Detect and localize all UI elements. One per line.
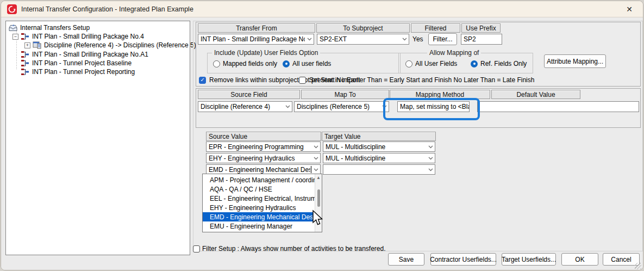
chevron-down-icon[interactable] (380, 102, 389, 112)
checkbox-label: Filter Setup : Always show number of act… (202, 245, 386, 252)
transfer-plan-icon (21, 59, 29, 67)
mapping-method-field[interactable]: Map, set missing to <Blank> (397, 101, 470, 112)
group-caption: Allow Mapping of (427, 49, 481, 57)
filter-setup-checkbox[interactable]: Filter Setup : Always show number of act… (193, 245, 386, 252)
group-caption: Include (Update) User Fields Option (212, 49, 320, 57)
chevron-down-icon[interactable] (426, 165, 435, 174)
scrollbar-thumb[interactable] (317, 189, 320, 207)
close-icon[interactable]: ✕ (623, 3, 635, 15)
default-value-field[interactable] (477, 101, 639, 112)
tree-item-label: INT Plan - Tunnel Project Reporting (32, 68, 135, 76)
mouse-cursor-icon (311, 210, 325, 226)
transfer-plan-icon (21, 68, 29, 76)
chevron-down-icon[interactable] (311, 142, 320, 151)
radio-label: All user fields (292, 60, 331, 67)
transfer-from-combobox[interactable]: INT Plan - Small Drilling Package No.4 (198, 34, 314, 45)
window-title: Internal Transfer Configuration - Integr… (21, 5, 193, 13)
use-prefix-input[interactable]: SP2 (461, 34, 502, 45)
cancel-button[interactable]: Cancel (603, 253, 640, 266)
column-header-use-prefix: Use Prefix (461, 23, 501, 33)
tree-item-label: Discipline (Reference 4) -> Disciplines … (44, 41, 196, 49)
chevron-down-icon[interactable] (305, 34, 314, 44)
attribute-mapping-button[interactable]: Attribute Mapping... (544, 54, 606, 68)
checkbox-label: Set Start No Earlier Than = Early Start … (309, 76, 534, 84)
scrollbar-up-arrow-icon[interactable]: ▲ (316, 175, 321, 180)
chevron-down-icon[interactable] (283, 102, 292, 112)
checkbox-unchecked-icon[interactable] (193, 245, 200, 252)
source-field-combobox[interactable]: Discipline (Reference 4) (198, 101, 292, 112)
tree-item-tunnel-baseline[interactable]: INT Plan - Tunnel Project Baseline (21, 59, 132, 67)
field-mapping-panel: Source Field Map To Mapping Method Defau… (196, 88, 641, 128)
column-header-source-field: Source Field (198, 90, 300, 99)
set-start-checkbox[interactable]: Set Start No Earlier Than = Early Start … (299, 76, 534, 84)
radio-icon[interactable] (213, 60, 220, 67)
tree-item-label: INT Plan - Small Drilling Package No.A1 (32, 51, 148, 58)
source-field-value: Discipline (Reference 4) (201, 103, 283, 110)
internal-transfers-tree: Internal Transfers Setup INT Plan - Smal… (5, 21, 190, 255)
filter-button[interactable]: Filter... (428, 33, 457, 45)
radio-icon[interactable] (405, 60, 412, 67)
contractor-userfields-button[interactable]: Contractor Userfields... (430, 253, 496, 266)
checkbox-unchecked-icon[interactable] (299, 77, 306, 84)
radio-all-user-fields[interactable]: All user fields (283, 60, 331, 67)
dropdown-option[interactable]: APM - Project Management / coordinat (203, 175, 315, 184)
source-value-dropdown-list: APM - Project Management / coordinat AQA… (202, 174, 322, 232)
column-header-map-to: Map To (301, 90, 389, 99)
target-value: MUL - Multidiscipline (326, 155, 426, 162)
dropdown-option[interactable]: EHY - Engineering Hydraulics (203, 203, 315, 212)
chevron-down-icon[interactable] (311, 165, 320, 174)
target-value-combobox-row1[interactable]: MUL - Multidiscipline (323, 141, 435, 152)
dropdown-option-selected[interactable]: EMD - Engineering Mechanical Design (203, 212, 315, 221)
tree-item-plan-no4[interactable]: INT Plan - Small Drilling Package No.4 (12, 32, 144, 41)
column-header-filtered: Filtered (411, 23, 460, 33)
dropdown-option[interactable]: EMU - Engineering Manager (203, 221, 315, 231)
ok-button[interactable]: OK (561, 253, 598, 266)
source-value: EPR - Engineering Programming (209, 143, 311, 151)
column-header-to-subproject: To Subproject (316, 23, 410, 33)
chevron-down-icon[interactable] (426, 153, 435, 163)
radio-allow-all-user-fields[interactable]: All User Fields (405, 60, 457, 67)
tree-item-label: INT Plan - Tunnel Project Baseline (32, 59, 132, 67)
dropdown-option[interactable]: AQA - QA / QC / HSE (203, 184, 315, 194)
dialog-body: Internal Transfers Setup INT Plan - Smal… (1, 17, 643, 270)
radio-mapped-fields-only[interactable]: Mapped fields only (213, 60, 277, 67)
collapse-expander-icon[interactable] (12, 34, 18, 40)
to-subproject-combobox[interactable]: SP2-EXT (317, 34, 409, 45)
source-value-combobox-row1[interactable]: EPR - Engineering Programming (206, 141, 321, 152)
tree-item-discipline-mapping[interactable]: Discipline (Reference 4) -> Disciplines … (24, 41, 196, 50)
column-header-default-value: Default Value (491, 90, 580, 99)
chevron-down-icon[interactable] (311, 153, 320, 163)
field-mapping-icon (33, 41, 41, 49)
tree-item-plan-noa1[interactable]: INT Plan - Small Drilling Package No.A1 (21, 50, 148, 59)
tree-item-tunnel-reporting[interactable]: INT Plan - Tunnel Project Reporting (21, 67, 135, 76)
tree-root-item[interactable]: Internal Transfers Setup (9, 23, 90, 32)
transfer-plan-icon (21, 51, 29, 58)
target-value-combobox-row3[interactable] (323, 164, 435, 175)
radio-label: Ref. Fields Only (480, 60, 527, 67)
chevron-down-icon[interactable] (426, 142, 435, 151)
radio-ref-fields-only[interactable]: Ref. Fields Only (471, 60, 527, 67)
transfer-setup-panel: Transfer From To Subproject Filtered Use… (196, 22, 641, 87)
target-userfields-button[interactable]: Target Userfields... (502, 253, 556, 266)
source-value-combobox-row2[interactable]: EHY - Engineering Hydraulics (206, 153, 321, 163)
expand-expander-icon[interactable] (24, 42, 30, 48)
radio-selected-icon[interactable] (471, 60, 478, 67)
filtered-status: Yes (412, 35, 423, 43)
include-user-fields-group: Include (Update) User Fields Option Mapp… (207, 53, 401, 73)
save-button[interactable]: Save (388, 253, 424, 266)
column-header-source-value: Source Value (206, 132, 321, 141)
transfer-plan-icon (21, 33, 29, 40)
map-to-value: Disciplines (Reference 5) (297, 103, 380, 110)
internal-transfer-configuration-dialog: Internal Transfer Configuration - Integr… (1, 1, 643, 270)
radio-label: All User Fields (415, 60, 457, 67)
column-header-mapping-method: Mapping Method (390, 90, 490, 99)
radio-selected-icon[interactable] (283, 60, 290, 67)
dropdown-option[interactable]: EEL - Engineering Electrical, Instrument (203, 194, 315, 203)
source-value: EMD - Engineering Mechanical Design (209, 166, 310, 174)
map-to-combobox[interactable]: Disciplines (Reference 5) (294, 101, 389, 112)
checkbox-checked-icon[interactable] (199, 77, 206, 84)
transfer-from-value: INT Plan - Small Drilling Package No.4 (201, 35, 305, 43)
target-value-combobox-row2[interactable]: MUL - Multidiscipline (323, 153, 435, 163)
chevron-down-icon[interactable] (400, 34, 409, 44)
resize-grip[interactable] (635, 263, 641, 269)
